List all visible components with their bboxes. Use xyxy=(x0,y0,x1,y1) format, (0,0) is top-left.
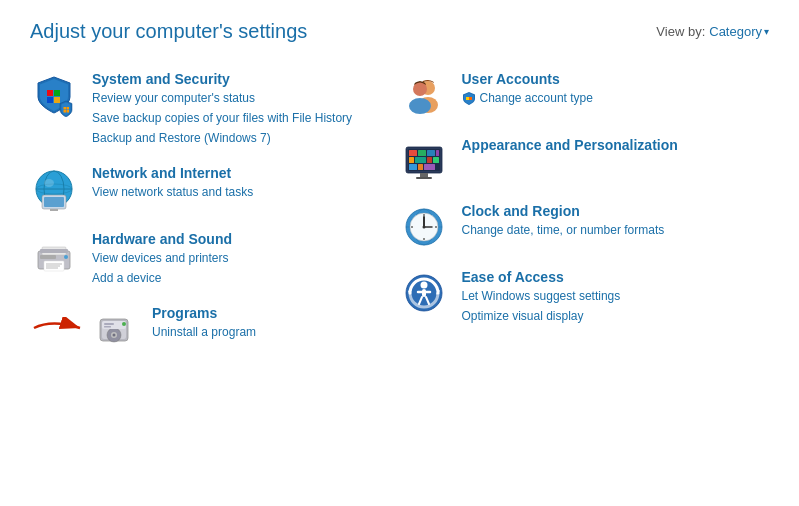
user-accounts-title[interactable]: User Accounts xyxy=(462,71,593,87)
svg-rect-40 xyxy=(469,97,472,100)
svg-rect-55 xyxy=(416,177,432,179)
hardware-link-1[interactable]: View devices and printers xyxy=(92,249,232,267)
svg-rect-4 xyxy=(64,107,67,110)
arrow-annotation xyxy=(32,317,87,343)
svg-point-68 xyxy=(420,282,427,289)
categories-grid: System and Security Review your computer… xyxy=(30,71,769,353)
svg-rect-13 xyxy=(44,197,64,207)
clock-text: Clock and Region Change date, time, or n… xyxy=(462,203,665,239)
page-header: Adjust your computer's settings View by:… xyxy=(30,20,769,43)
svg-rect-39 xyxy=(466,97,469,100)
category-user-accounts: User Accounts Change account type xyxy=(400,71,770,119)
left-column: System and Security Review your computer… xyxy=(30,71,400,353)
control-panel-page: Adjust your computer's settings View by:… xyxy=(0,0,799,506)
network-text: Network and Internet View network status… xyxy=(92,165,253,201)
svg-rect-51 xyxy=(409,164,417,170)
uac-shield-icon xyxy=(462,91,476,105)
view-by-label: View by: xyxy=(656,24,705,39)
system-security-link-3[interactable]: Backup and Restore (Windows 7) xyxy=(92,129,352,147)
category-network: Network and Internet View network status… xyxy=(30,165,400,213)
ease-of-access-link-1[interactable]: Let Windows suggest settings xyxy=(462,287,621,305)
category-clock: Clock and Region Change date, time, or n… xyxy=(400,203,770,251)
network-icon xyxy=(30,165,78,213)
page-title: Adjust your computer's settings xyxy=(30,20,307,43)
svg-point-22 xyxy=(64,255,68,259)
programs-text: Programs Uninstall a program xyxy=(152,305,256,341)
svg-point-30 xyxy=(113,334,116,337)
svg-rect-5 xyxy=(67,107,70,110)
svg-rect-54 xyxy=(420,173,428,177)
user-accounts-link-1[interactable]: Change account type xyxy=(480,89,593,107)
svg-point-38 xyxy=(409,98,431,114)
ease-of-access-icon xyxy=(400,269,448,317)
category-appearance: Appearance and Personalization xyxy=(400,137,770,185)
svg-rect-48 xyxy=(415,157,426,163)
network-title[interactable]: Network and Internet xyxy=(92,165,253,181)
appearance-title[interactable]: Appearance and Personalization xyxy=(462,137,678,153)
svg-rect-24 xyxy=(40,249,68,253)
clock-title[interactable]: Clock and Region xyxy=(462,203,665,219)
view-by-value-text: Category xyxy=(709,24,762,39)
chevron-down-icon: ▾ xyxy=(764,26,769,37)
svg-rect-3 xyxy=(54,97,60,103)
system-security-text: System and Security Review your computer… xyxy=(92,71,352,147)
programs-icon xyxy=(90,305,138,353)
category-programs: Programs Uninstall a program xyxy=(90,305,400,353)
svg-rect-33 xyxy=(104,326,111,328)
view-by-control: View by: Category ▾ xyxy=(656,24,769,39)
svg-rect-6 xyxy=(64,110,67,113)
system-security-title[interactable]: System and Security xyxy=(92,71,352,87)
svg-rect-23 xyxy=(40,255,56,259)
svg-rect-7 xyxy=(67,110,70,113)
system-security-link-1[interactable]: Review your computer's status xyxy=(92,89,352,107)
programs-link-1[interactable]: Uninstall a program xyxy=(152,323,256,341)
svg-rect-52 xyxy=(418,164,423,170)
svg-rect-46 xyxy=(436,150,439,156)
svg-rect-0 xyxy=(47,90,53,96)
system-security-icon xyxy=(30,71,78,119)
clock-link-1[interactable]: Change date, time, or number formats xyxy=(462,221,665,239)
hardware-link-2[interactable]: Add a device xyxy=(92,269,232,287)
hardware-title[interactable]: Hardware and Sound xyxy=(92,231,232,247)
user-accounts-text: User Accounts Change account type xyxy=(462,71,593,107)
svg-rect-43 xyxy=(409,150,417,156)
clock-icon xyxy=(400,203,448,251)
programs-title[interactable]: Programs xyxy=(152,305,256,321)
svg-rect-49 xyxy=(427,157,432,163)
svg-rect-50 xyxy=(433,157,439,163)
svg-rect-2 xyxy=(47,97,53,103)
svg-rect-1 xyxy=(54,90,60,96)
svg-rect-47 xyxy=(409,157,414,163)
appearance-text: Appearance and Personalization xyxy=(462,137,678,153)
category-ease-of-access: Ease of Access Let Windows suggest setti… xyxy=(400,269,770,325)
view-by-dropdown[interactable]: Category ▾ xyxy=(709,24,769,39)
hardware-icon xyxy=(30,231,78,279)
appearance-icon xyxy=(400,137,448,185)
svg-point-15 xyxy=(44,179,54,187)
ease-of-access-link-2[interactable]: Optimize visual display xyxy=(462,307,621,325)
svg-rect-44 xyxy=(418,150,426,156)
category-system-security: System and Security Review your computer… xyxy=(30,71,400,147)
hardware-text: Hardware and Sound View devices and prin… xyxy=(92,231,232,287)
category-hardware: Hardware and Sound View devices and prin… xyxy=(30,231,400,287)
ease-of-access-text: Ease of Access Let Windows suggest setti… xyxy=(462,269,621,325)
user-accounts-icon xyxy=(400,71,448,119)
ease-of-access-title[interactable]: Ease of Access xyxy=(462,269,621,285)
svg-point-34 xyxy=(122,322,126,326)
svg-rect-53 xyxy=(424,164,435,170)
svg-rect-32 xyxy=(104,323,114,325)
network-link-1[interactable]: View network status and tasks xyxy=(92,183,253,201)
right-column: User Accounts Change account type xyxy=(400,71,770,353)
svg-rect-45 xyxy=(427,150,435,156)
system-security-link-2[interactable]: Save backup copies of your files with Fi… xyxy=(92,109,352,127)
svg-rect-14 xyxy=(50,209,58,211)
